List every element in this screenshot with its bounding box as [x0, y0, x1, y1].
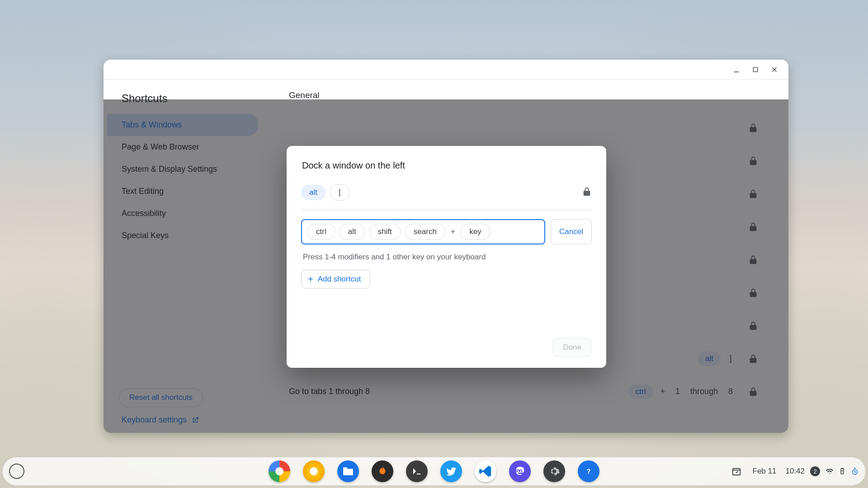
lock-icon	[744, 387, 762, 397]
files-icon[interactable]	[337, 460, 359, 482]
battery-icon	[838, 467, 846, 475]
shelf-apps: ?	[269, 460, 599, 482]
done-button[interactable]: Done	[552, 338, 592, 357]
dialog-title: Dock a window on the left	[301, 160, 592, 171]
chrome-icon[interactable]	[269, 460, 290, 482]
mastodon-glyph-icon	[514, 466, 525, 477]
quick-settings[interactable]: 10:42 2	[785, 466, 859, 476]
wifi-icon	[826, 467, 834, 475]
reset-all-shortcuts-button[interactable]: Reset all shortcuts	[119, 388, 203, 407]
shortcut-editor-row: ctrl alt shift search + key Cancel	[301, 219, 592, 244]
launcher-button[interactable]	[9, 464, 24, 479]
shortcut-keys: ctrl + 1 through 8	[628, 385, 736, 399]
flame-icon	[377, 465, 388, 477]
shortcut-row-go-to-tabs[interactable]: Go to tabs 1 through 8 ctrl + 1 through …	[284, 375, 767, 408]
prompt-icon	[411, 466, 422, 477]
shortcut-keys: alt ]	[698, 352, 736, 366]
modifier-chip-alt: alt	[340, 224, 365, 240]
status-date: Feb 11	[753, 467, 777, 476]
sidebar-item-text-editing[interactable]: Text Editing	[107, 180, 258, 202]
shelf: ? Feb 11 10:42 2	[3, 457, 865, 485]
code-icon	[479, 465, 492, 478]
lock-icon	[744, 288, 762, 298]
key-chip: [	[330, 184, 349, 201]
terminal-icon[interactable]	[406, 460, 428, 482]
lock-icon	[744, 321, 762, 331]
lock-icon	[744, 156, 762, 166]
minimize-icon	[732, 66, 741, 74]
svg-rect-0	[753, 67, 757, 71]
mastodon-icon[interactable]	[509, 460, 531, 482]
key-chip: alt	[698, 352, 721, 366]
key-chip: ]	[725, 354, 736, 363]
edit-shortcut-dialog: Dock a window on the left alt [ ctrl alt…	[287, 146, 606, 368]
app-icon-4[interactable]	[372, 460, 393, 482]
section-title: General	[284, 90, 767, 100]
question-icon: ?	[583, 465, 594, 477]
folder-icon	[342, 466, 354, 476]
chrome-canary-icon[interactable]	[303, 460, 325, 482]
key-through: through	[688, 387, 721, 396]
svg-rect-3	[732, 469, 740, 475]
key-placeholder-chip: key	[461, 224, 490, 240]
svg-rect-5	[842, 468, 843, 469]
sidebar-item-tabs-windows[interactable]: Tabs & Windows	[107, 114, 258, 136]
lock-icon	[744, 189, 762, 199]
sidebar-item-system-display[interactable]: System & Display Settings	[107, 158, 258, 180]
lock-icon	[744, 222, 762, 232]
keyboard-settings-link[interactable]: Keyboard settings	[104, 413, 271, 433]
shortcut-key-input[interactable]: ctrl alt shift search + key	[301, 219, 545, 244]
plus-icon: +	[308, 275, 313, 284]
add-shortcut-label: Add shortcut	[318, 275, 361, 284]
window-close-button[interactable]	[767, 62, 782, 77]
cancel-button[interactable]: Cancel	[551, 219, 592, 244]
gear-icon	[548, 465, 560, 477]
lock-icon	[582, 187, 592, 198]
window-minimize-button[interactable]	[729, 62, 744, 77]
modifier-chip-shift: shift	[369, 224, 401, 240]
notification-badge: 2	[810, 466, 820, 476]
plus-separator: +	[450, 227, 457, 237]
maximize-icon	[752, 66, 759, 73]
key-chip: alt	[301, 185, 326, 200]
svg-text:?: ?	[586, 467, 590, 475]
lock-icon	[744, 354, 762, 364]
editor-hint: Press 1-4 modifiers and 1 other key on y…	[301, 253, 592, 262]
lock-icon	[744, 255, 762, 265]
key-plus: +	[657, 387, 668, 396]
modifier-chip-ctrl: ctrl	[307, 224, 335, 240]
close-icon	[770, 66, 778, 74]
shortcut-row[interactable]	[284, 111, 767, 144]
keyboard-settings-label: Keyboard settings	[122, 415, 187, 425]
current-shortcut-row: alt [	[301, 184, 592, 210]
calendar-icon	[731, 466, 741, 476]
add-shortcut-button[interactable]: + Add shortcut	[301, 270, 370, 289]
settings-icon[interactable]	[543, 460, 565, 482]
external-link-icon	[191, 416, 199, 424]
modifier-chip-search: search	[405, 224, 445, 240]
shortcut-label: Go to tabs 1 through 8	[289, 387, 628, 396]
sidebar: Shortcuts Tabs & Windows Page & Web Brow…	[104, 80, 271, 433]
sidebar-nav: Tabs & Windows Page & Web Browser System…	[104, 114, 271, 247]
sidebar-item-accessibility[interactable]: Accessibility	[107, 202, 258, 225]
key-chip: ctrl	[628, 385, 653, 399]
help-icon[interactable]: ?	[578, 460, 599, 482]
sidebar-item-page-web-browser[interactable]: Page & Web Browser	[107, 136, 258, 158]
bird-icon	[445, 465, 457, 477]
key-chip: 1	[672, 387, 683, 396]
lock-icon	[744, 123, 762, 133]
key-chip: 8	[725, 387, 736, 396]
window-maximize-button[interactable]	[748, 62, 763, 77]
timer-icon	[851, 467, 859, 475]
status-area[interactable]: Feb 11 10:42 2	[729, 464, 859, 479]
app-title: Shortcuts	[104, 90, 271, 114]
calendar-button[interactable]	[729, 464, 744, 479]
twitter-icon[interactable]	[440, 460, 462, 482]
window-titlebar	[104, 60, 788, 80]
sidebar-item-special-keys[interactable]: Special Keys	[107, 225, 258, 247]
status-time: 10:42	[785, 467, 805, 476]
vscode-icon[interactable]	[475, 460, 496, 482]
